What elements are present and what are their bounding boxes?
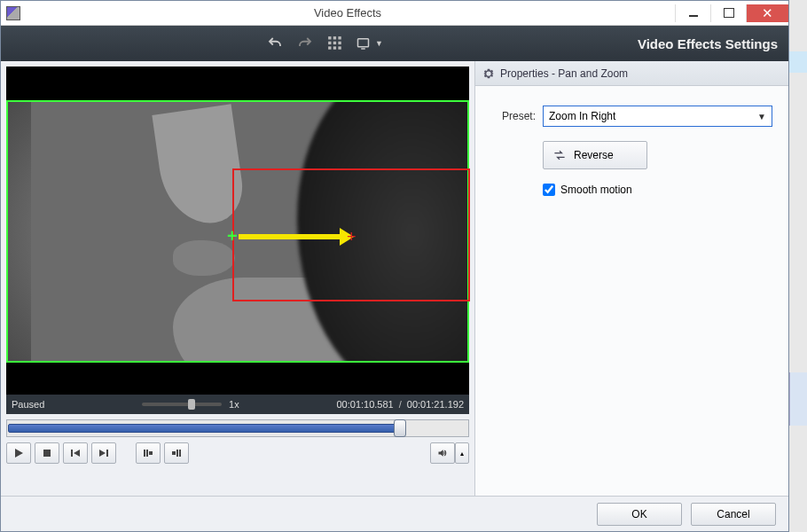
- smooth-motion-checkbox[interactable]: [543, 184, 555, 196]
- svg-rect-9: [357, 39, 368, 47]
- preset-dropdown[interactable]: Zoom In Right ▼: [543, 106, 772, 127]
- video-effects-window: Video Effects ▼ Video Effects Settings: [0, 0, 789, 532]
- start-marker-icon[interactable]: +: [227, 226, 238, 246]
- properties-header: Properties - Pan and Zoom: [475, 61, 788, 86]
- smooth-motion-label: Smooth motion: [560, 184, 632, 196]
- app-icon: [6, 6, 20, 20]
- content-area: + + Paused 1x 00:01:10.581 / 00:01:21.19…: [1, 61, 788, 496]
- speed-label: 1x: [229, 399, 239, 410]
- ok-button[interactable]: OK: [597, 503, 682, 526]
- svg-rect-3: [328, 42, 331, 44]
- transport-controls: ▴: [6, 442, 469, 464]
- close-button[interactable]: [746, 4, 788, 22]
- stop-button[interactable]: [35, 442, 59, 464]
- start-frame-left[interactable]: [6, 100, 8, 363]
- seek-thumb[interactable]: [394, 419, 406, 437]
- main-toolbar: ▼ Video Effects Settings: [1, 26, 788, 61]
- time-separator: /: [399, 399, 402, 410]
- properties-title: Properties - Pan and Zoom: [500, 67, 628, 80]
- display-mode-dropdown[interactable]: ▼: [354, 32, 386, 55]
- svg-rect-7: [333, 46, 336, 49]
- seek-fill: [8, 424, 398, 433]
- mark-in-button[interactable]: [136, 442, 161, 464]
- mark-out-button[interactable]: [164, 442, 189, 464]
- redo-button[interactable]: [294, 32, 317, 55]
- playback-status: Paused: [12, 399, 44, 410]
- reverse-icon: [552, 148, 567, 162]
- gear-icon: [482, 67, 495, 80]
- svg-rect-4: [333, 42, 336, 44]
- next-frame-button[interactable]: [91, 442, 116, 464]
- preview-pane: + + Paused 1x 00:01:10.581 / 00:01:21.19…: [1, 61, 475, 496]
- svg-rect-5: [338, 42, 341, 44]
- maximize-button[interactable]: [710, 4, 746, 22]
- dialog-footer: OK Cancel: [1, 496, 788, 531]
- preset-label: Preset:: [491, 110, 536, 122]
- start-frame-bottom[interactable]: [6, 361, 469, 363]
- svg-rect-13: [144, 450, 145, 457]
- properties-pane: Properties - Pan and Zoom Preset: Zoom I…: [475, 61, 788, 496]
- svg-rect-1: [333, 36, 336, 39]
- chevron-down-icon: ▼: [375, 39, 383, 48]
- reverse-label: Reverse: [574, 149, 614, 161]
- svg-rect-11: [71, 450, 73, 457]
- svg-rect-6: [328, 46, 331, 49]
- speed-slider-thumb[interactable]: [188, 399, 195, 410]
- svg-rect-14: [146, 450, 148, 457]
- video-preview[interactable]: + +: [6, 66, 469, 395]
- motion-arrow-line: [239, 234, 343, 239]
- window-title: Video Effects: [20, 6, 675, 20]
- svg-rect-18: [179, 450, 181, 457]
- time-total: 00:01:21.192: [407, 399, 464, 410]
- end-marker-icon[interactable]: +: [347, 228, 356, 246]
- svg-rect-8: [338, 46, 341, 49]
- volume-button[interactable]: [430, 442, 455, 464]
- minimize-button[interactable]: [675, 4, 710, 22]
- preset-value: Zoom In Right: [549, 110, 615, 122]
- svg-rect-10: [43, 450, 51, 457]
- background-strip: [789, 372, 807, 426]
- toolbar-title: Video Effects Settings: [638, 36, 778, 51]
- volume-menu-button[interactable]: ▴: [455, 442, 469, 464]
- reverse-button[interactable]: Reverse: [543, 141, 647, 169]
- play-button[interactable]: [6, 442, 31, 464]
- svg-rect-12: [106, 450, 108, 457]
- titlebar: Video Effects: [1, 1, 788, 26]
- svg-rect-2: [338, 36, 341, 39]
- time-current: 00:01:10.581: [336, 399, 393, 410]
- svg-rect-16: [172, 451, 176, 455]
- prev-frame-button[interactable]: [63, 442, 88, 464]
- undo-button[interactable]: [263, 32, 286, 55]
- svg-rect-15: [149, 451, 153, 455]
- cancel-button[interactable]: Cancel: [691, 503, 776, 526]
- start-frame-top[interactable]: [6, 100, 469, 102]
- chevron-up-icon: ▴: [460, 450, 464, 458]
- speed-slider[interactable]: [142, 403, 222, 406]
- chevron-down-icon: ▼: [757, 112, 766, 121]
- seek-bar[interactable]: [6, 419, 469, 437]
- svg-rect-17: [176, 450, 178, 457]
- svg-rect-0: [328, 36, 331, 39]
- preview-status-bar: Paused 1x 00:01:10.581 / 00:01:21.192: [6, 395, 469, 414]
- grid-toggle-button[interactable]: [324, 32, 347, 55]
- background-strip-top: [789, 51, 807, 73]
